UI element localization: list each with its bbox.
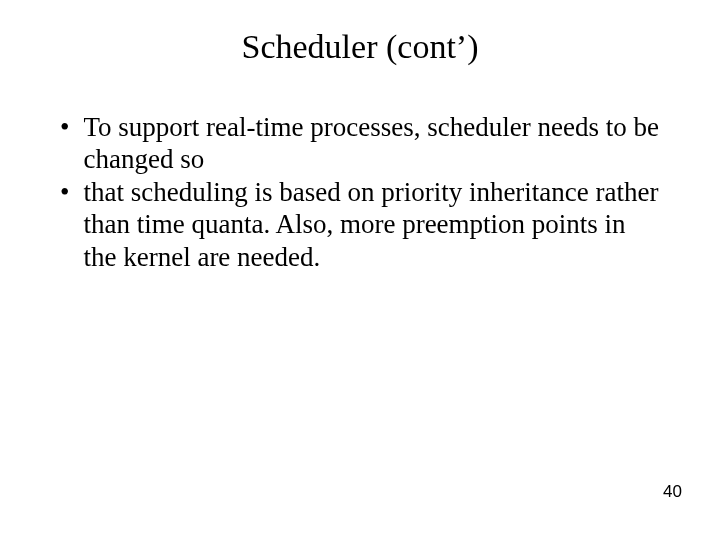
list-item: • To support real-time processes, schedu… — [60, 111, 660, 176]
slide-container: Scheduler (cont’) • To support real-time… — [0, 0, 720, 540]
slide-title: Scheduler (cont’) — [60, 28, 660, 66]
bullet-list: • To support real-time processes, schedu… — [60, 111, 660, 273]
bullet-icon: • — [60, 111, 69, 143]
bullet-text: To support real-time processes, schedule… — [83, 111, 660, 176]
page-number: 40 — [663, 482, 682, 502]
list-item: • that scheduling is based on priority i… — [60, 176, 660, 273]
bullet-text: that scheduling is based on priority inh… — [83, 176, 660, 273]
bullet-icon: • — [60, 176, 69, 208]
